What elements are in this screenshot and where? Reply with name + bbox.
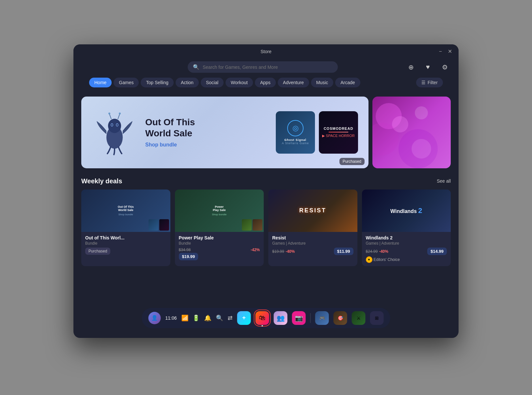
deal-card-bundle2[interactable]: PowerPlay Sale Shop bundle Power Play Sa… [175, 190, 264, 266]
filter-button[interactable]: ☰ Filter [416, 78, 443, 87]
tab-action[interactable]: Action [176, 78, 199, 87]
shop-bundle-link[interactable]: Shop bundle [145, 142, 177, 147]
tab-music[interactable]: Music [311, 78, 334, 87]
header: 🔍 ⊕ ♥ ⚙ Home Games Top Selling Action So… [73, 59, 459, 91]
battery-icon: 🔋 [193, 314, 200, 322]
user-avatar[interactable]: 👤 [148, 312, 161, 324]
taskbar-time: 11:06 [165, 315, 177, 321]
window-title: Store [260, 49, 271, 54]
see-all-button[interactable]: See all [437, 178, 451, 184]
taskbar-recent-app-3[interactable]: ⚔ [352, 311, 366, 325]
taskbar-app-add[interactable]: + [237, 311, 251, 325]
deal-card-windlands2[interactable]: Windlands 2 Windlands 2 Games | Adventur… [362, 190, 451, 266]
settings-button[interactable]: ⚙ [439, 61, 451, 73]
titlebar: Store − ✕ [73, 44, 459, 59]
hero-side-banner[interactable] [372, 97, 451, 168]
hero-banner[interactable]: Out Of This World Sale Shop bundle ◎ Gho… [81, 97, 368, 168]
taskbar-app-group[interactable]: 👥 [274, 311, 288, 325]
purchased-button[interactable]: Purchased [85, 248, 110, 255]
cosmo-line [329, 132, 348, 132]
hero-text: Out Of This World Sale Shop bundle [145, 117, 195, 148]
svg-line-7 [118, 114, 120, 119]
store-app-dot [262, 325, 263, 327]
tab-adventure[interactable]: Adventure [278, 78, 309, 87]
tab-top-selling[interactable]: Top Selling [141, 78, 174, 87]
taskbar-app-screenshot[interactable]: 📷 [292, 311, 306, 325]
add-icon: + [242, 314, 246, 321]
tab-home[interactable]: Home [89, 78, 112, 87]
hero-creature [92, 106, 137, 159]
ghost-signal-icon: ◎ [287, 120, 304, 136]
tab-workout[interactable]: Workout [226, 78, 253, 87]
close-button[interactable]: ✕ [448, 49, 452, 54]
weekly-deals-header: Weekly deals See all [81, 177, 451, 185]
recent-app-2-icon: 🎯 [337, 315, 343, 321]
windlands-game-title: Windlands 2 [390, 206, 422, 215]
svg-line-6 [109, 114, 111, 119]
deals-grid: Out Of ThisWorld Sale Shop bundle Out of… [81, 190, 451, 266]
svg-point-9 [119, 113, 121, 114]
cosmodread-card[interactable]: Cosmodread ▶ SPACE HORROR [319, 111, 358, 154]
add-button[interactable]: ⊕ [405, 61, 417, 73]
taskbar-divider [310, 313, 311, 323]
taskbar-status-icons: 📶 🔋 [181, 314, 200, 322]
purchased-badge: Purchased [339, 158, 365, 165]
hero-games: ◎ Ghost Signal A Stellaris Game Cosmodre… [276, 111, 358, 154]
content-area: Out Of This World Sale Shop bundle ◎ Gho… [73, 91, 459, 331]
store-icon: 🛍 [259, 314, 266, 322]
taskbar-recent-app-2[interactable]: 🎯 [334, 311, 347, 325]
tab-games[interactable]: Games [114, 78, 139, 87]
svg-point-4 [111, 124, 113, 126]
wishlist-button[interactable]: ♥ [422, 61, 434, 73]
swap-icon[interactable]: ⇄ [228, 314, 233, 322]
header-top: 🔍 ⊕ ♥ ⚙ [81, 61, 451, 73]
wifi-icon: 📶 [181, 314, 189, 322]
weekly-deals-title: Weekly deals [81, 177, 122, 185]
editors-choice-badge: ★ [366, 256, 372, 263]
svg-point-8 [108, 113, 110, 114]
tab-apps[interactable]: Apps [255, 78, 276, 87]
grid-icon: ⊞ [375, 315, 379, 321]
tab-social[interactable]: Social [201, 78, 224, 87]
editors-choice: ★ Editors' Choice [366, 256, 447, 263]
notification-icon[interactable]: 🔔 [204, 314, 211, 322]
screenshot-icon: 📷 [295, 314, 303, 322]
search-input[interactable] [203, 65, 333, 70]
svg-point-1 [108, 119, 121, 133]
deal-info-bundle2: Power Play Sale Bundle $34.98 -42% $19.9… [175, 232, 264, 263]
taskbar-app-store[interactable]: 🛍 [256, 311, 269, 325]
search-bar[interactable]: 🔍 [188, 61, 338, 73]
deal-info-resist: Resist Games | Adventure $19.99 -40% $11… [268, 232, 357, 258]
taskbar-grid-button[interactable]: ⊞ [370, 311, 384, 325]
window-controls: − ✕ [439, 49, 452, 54]
cosmodread-title: Cosmodread [324, 127, 353, 130]
search-icon[interactable]: 🔍 [216, 314, 223, 322]
ghost-signal-card[interactable]: ◎ Ghost Signal A Stellaris Game [276, 111, 315, 154]
deal-card-resist[interactable]: RESIST Resist Games | Adventure $19.99 -… [268, 190, 357, 266]
tab-arcade[interactable]: Arcade [335, 78, 360, 87]
taskbar-recent-app-1[interactable]: 🎮 [315, 311, 329, 325]
store-window: Store − ✕ 🔍 ⊕ ♥ ⚙ Home Games Top Selling… [73, 44, 459, 338]
nav-tabs: Home Games Top Selling Action Social Wor… [81, 78, 451, 87]
recent-app-1-icon: 🎮 [319, 315, 325, 321]
deal-info-bundle1: Out of This Worl... Bundle Purchased [81, 232, 170, 258]
filter-icon: ☰ [421, 80, 426, 85]
search-icon: 🔍 [193, 64, 199, 70]
hero-area: Out Of This World Sale Shop bundle ◎ Gho… [81, 97, 451, 168]
recent-app-3-icon: ⚔ [356, 315, 361, 321]
taskbar: 👤 11:06 📶 🔋 🔔 🔍 ⇄ + 🛍 👥 📷 🎮 🎯 [142, 308, 390, 328]
resist-game-title: RESIST [299, 207, 326, 214]
minimize-button[interactable]: − [439, 49, 442, 54]
svg-point-5 [117, 124, 118, 126]
deal-card-bundle1[interactable]: Out Of ThisWorld Sale Shop bundle Out of… [81, 190, 170, 266]
group-icon: 👥 [276, 314, 285, 322]
hero-title: Out Of This World Sale [145, 117, 195, 139]
header-actions: ⊕ ♥ ⚙ [405, 61, 451, 73]
deal-info-windlands2: Windlands 2 Games | Adventure $24.99 -40… [362, 232, 451, 266]
